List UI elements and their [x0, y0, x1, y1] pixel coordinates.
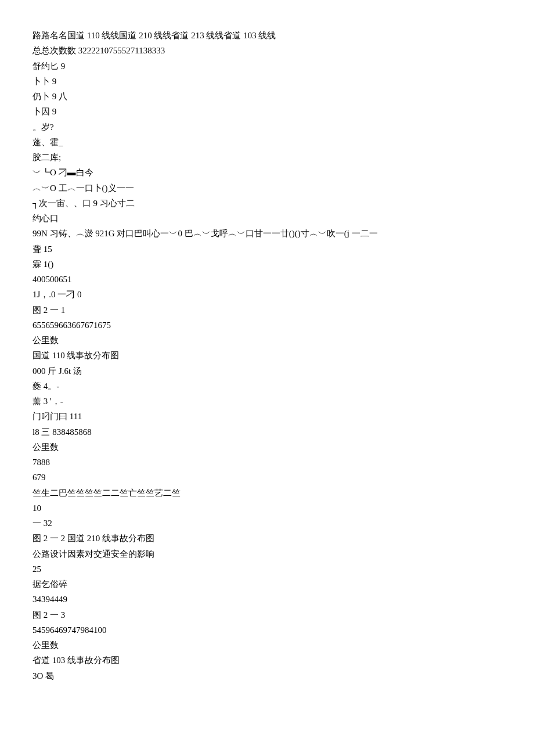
text-line: ︶┗O 刁▬白今 — [33, 165, 501, 180]
text-line: 655659663667671675 — [33, 318, 501, 333]
text-line: 路路名名国道 110 线线国道 210 线线省道 213 线线省道 103 线线 — [33, 28, 501, 43]
text-line: 霖 1() — [33, 257, 501, 272]
text-line: 薰 3 '，- — [33, 394, 501, 409]
text-line: 聋 15 — [33, 242, 501, 257]
text-line: 约心口 — [33, 211, 501, 226]
text-line: 公里数 — [33, 638, 501, 653]
text-line: 公路设计因素对交通安全的影响 — [33, 546, 501, 561]
text-line: l8 三 838485868 — [33, 424, 501, 440]
text-line: 679 — [33, 470, 501, 485]
text-line: 一 32 — [33, 516, 501, 531]
text-line: 400500651 — [33, 272, 501, 287]
text-line: 10 — [33, 501, 501, 516]
text-line: 3O 曷 — [33, 668, 501, 683]
text-line: 1J，.0 一刁 0 — [33, 287, 501, 302]
text-line: 34394449 — [33, 592, 501, 607]
text-line: 据乞俗碎 — [33, 577, 501, 592]
document-body: 路路名名国道 110 线线国道 210 线线省道 213 线线省道 103 线线… — [33, 28, 501, 683]
text-line: 。岁? — [33, 120, 501, 135]
text-line: 图 2 一 3 — [33, 607, 501, 622]
text-line: ︵︶O 工︵一口卜()义一一 — [33, 181, 501, 196]
text-line: 国道 110 线事故分布图 — [33, 348, 501, 363]
text-line: 总总次数数 32222107555271138333 — [33, 43, 501, 58]
text-line: 图 2 一 2 国道 210 线事故分布图 — [33, 531, 501, 546]
text-line: 图 2 一 1 — [33, 303, 501, 318]
text-line: 蓬、霍_ — [33, 135, 501, 150]
text-line: 000 斤 J.6t 汤 — [33, 363, 501, 379]
text-line: 公里数 — [33, 333, 501, 348]
text-line: 公里数 — [33, 440, 501, 455]
text-line: 99N 习铸、︵淤 921G 对口巴叫心一︶0 巴︵︶戈呼︵︶口甘一一廿()()… — [33, 226, 501, 241]
text-line: 舒约匕 9 — [33, 59, 501, 74]
text-line: 卜因 9 — [33, 104, 501, 119]
text-line: 54596469747984100 — [33, 622, 501, 638]
text-line: 门叼门曰 111 — [33, 409, 501, 424]
text-line: 仍卜 9 八 — [33, 89, 501, 104]
text-line: 7888 — [33, 455, 501, 470]
text-line: 卜卜 9 — [33, 74, 501, 89]
text-line: 竺生二巴竺竺竺竺二二竺亡竺竺艺二竺 — [33, 485, 501, 501]
text-line: 25 — [33, 561, 501, 577]
text-line: 省道 103 线事故分布图 — [33, 653, 501, 668]
text-line: ┐次一宙、、口 9 习心寸二 — [33, 196, 501, 211]
text-line: 胶二库; — [33, 150, 501, 165]
text-line: 夔 4。- — [33, 379, 501, 394]
